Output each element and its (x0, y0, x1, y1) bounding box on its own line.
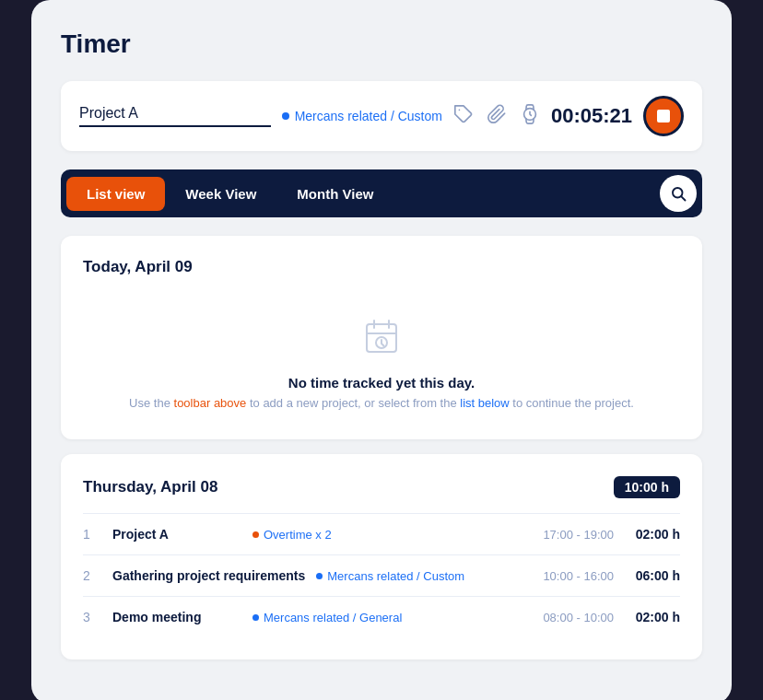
today-header: Today, April 09 (83, 258, 680, 276)
empty-state: No time tracked yet this day. Use the to… (83, 291, 680, 417)
app-container: Timer Mercans related / Custom (31, 0, 732, 700)
tab-week-view[interactable]: Week View (165, 177, 276, 211)
watch-icon[interactable] (520, 104, 540, 129)
timer-icons (453, 104, 540, 129)
entry-number: 3 (83, 610, 101, 624)
tag-dot (282, 112, 289, 120)
thursday-total: 10:00 h (614, 476, 680, 498)
entry-time-range: 10:00 - 16:00 (503, 569, 614, 583)
entry-list: 1 Project A Overtime x 2 17:00 - 19:00 0… (83, 513, 680, 637)
empty-icon (359, 313, 404, 366)
thursday-section: Thursday, April 08 10:00 h 1 Project A O… (61, 454, 702, 659)
table-row: 1 Project A Overtime x 2 17:00 - 19:00 0… (83, 513, 680, 554)
entry-tag-label: Overtime x 2 (264, 528, 332, 542)
empty-subtitle: Use the toolbar above to add a new proje… (129, 396, 634, 410)
timer-bar: Mercans related / Custom (61, 81, 702, 151)
entry-tag-label: Mercans related / Custom (327, 569, 464, 583)
entry-duration: 02:00 h (625, 610, 680, 624)
table-row: 2 Gathering project requirements Mercans… (83, 554, 680, 596)
tags-icon[interactable] (453, 104, 474, 129)
entry-name: Project A (112, 527, 241, 542)
thursday-header: Thursday, April 08 10:00 h (83, 476, 680, 498)
entry-time-range: 08:00 - 10:00 (503, 611, 614, 624)
entry-tag-dot (316, 573, 323, 579)
entry-tag-dot (252, 531, 259, 538)
entry-time-range: 17:00 - 19:00 (503, 528, 614, 542)
entry-tag: Overtime x 2 (252, 528, 332, 542)
page-title: Timer (61, 29, 702, 59)
entry-name: Demo meeting (112, 610, 241, 624)
entry-tag: Mercans related / General (252, 611, 402, 624)
entry-number: 2 (83, 568, 101, 583)
list-below-link[interactable]: list below (460, 396, 509, 410)
tab-list-view[interactable]: List view (66, 177, 165, 211)
tab-month-view[interactable]: Month View (276, 177, 393, 211)
timer-tag: Mercans related / Custom (282, 109, 442, 123)
project-input[interactable] (79, 105, 271, 127)
empty-title: No time tracked yet this day. (288, 375, 475, 391)
entry-name: Gathering project requirements (112, 568, 305, 583)
timer-display: 00:05:21 (551, 104, 632, 128)
search-button[interactable] (660, 175, 697, 212)
stop-icon (657, 110, 670, 122)
entry-number: 1 (83, 527, 101, 542)
stop-button[interactable] (643, 96, 684, 136)
empty-subtitle-part2: to add a new project, or select from the (246, 396, 460, 410)
today-section: Today, April 09 No time tracked yet this… (61, 236, 702, 439)
search-icon (670, 185, 687, 202)
entry-tag-dot (252, 614, 259, 621)
tag-label: Mercans related / Custom (295, 109, 442, 123)
svg-line-3 (681, 196, 685, 200)
today-title: Today, April 09 (83, 258, 193, 276)
attachment-icon[interactable] (487, 104, 507, 129)
entry-tag-label: Mercans related / General (264, 611, 402, 624)
nav-bar: List view Week View Month View (61, 169, 702, 217)
empty-subtitle-part3: to continue the project. (510, 396, 634, 410)
entry-tag: Mercans related / Custom (316, 569, 464, 583)
empty-subtitle-part1: Use the (129, 396, 173, 410)
entry-duration: 06:00 h (625, 568, 680, 583)
table-row: 3 Demo meeting Mercans related / General… (83, 596, 680, 637)
toolbar-above-link[interactable]: toolbar above (174, 396, 247, 410)
entry-duration: 02:00 h (625, 527, 680, 542)
thursday-title: Thursday, April 08 (83, 478, 217, 496)
